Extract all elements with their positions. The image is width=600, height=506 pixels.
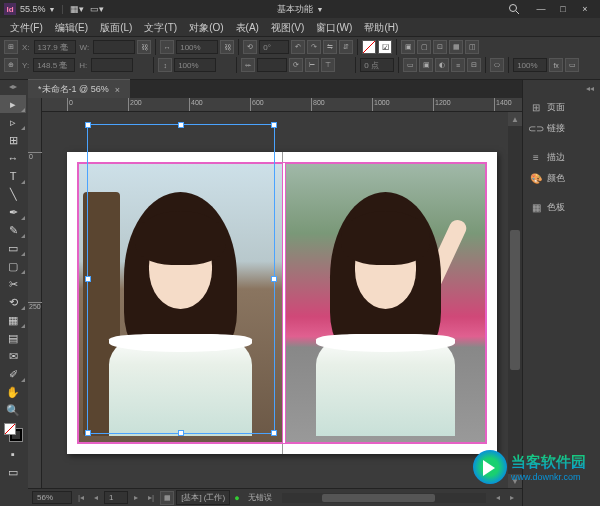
clear-transform-icon[interactable]: ⟳ bbox=[289, 58, 303, 72]
stroke-weight-field[interactable] bbox=[360, 58, 394, 72]
hand-tool[interactable]: ✋ bbox=[0, 383, 26, 401]
selection-handle[interactable] bbox=[85, 276, 91, 282]
wrap-col-icon[interactable]: ⊟ bbox=[467, 58, 481, 72]
menu-window[interactable]: 窗口(W) bbox=[310, 18, 358, 36]
workspace-switcher[interactable]: 基本功能 ▼ bbox=[277, 3, 324, 16]
line-tool[interactable]: ╲ bbox=[0, 185, 26, 203]
preflight-profile[interactable]: [基本] (工作) bbox=[176, 490, 230, 505]
canvas-viewport[interactable] bbox=[42, 112, 508, 488]
center-content-icon[interactable]: ⊡ bbox=[433, 40, 447, 54]
flip-v-icon[interactable]: ⇵ bbox=[339, 40, 353, 54]
ruler-origin[interactable] bbox=[28, 98, 42, 112]
selection-handle[interactable] bbox=[271, 122, 277, 128]
pen-tool[interactable]: ✒ bbox=[0, 203, 26, 221]
menu-layout[interactable]: 版面(L) bbox=[94, 18, 138, 36]
menu-table[interactable]: 表(A) bbox=[230, 18, 265, 36]
page-spread[interactable] bbox=[67, 152, 497, 454]
minimize-button[interactable]: — bbox=[530, 2, 552, 16]
y-field[interactable] bbox=[33, 58, 75, 72]
menu-edit[interactable]: 编辑(E) bbox=[49, 18, 94, 36]
reference-point-icon[interactable]: ⊞ bbox=[4, 40, 18, 54]
zoom-tool[interactable]: 🔍 bbox=[0, 401, 26, 419]
search-icon[interactable] bbox=[508, 3, 520, 15]
preflight-status[interactable]: 无错误 bbox=[244, 491, 276, 504]
align-h-icon[interactable]: ⊢ bbox=[305, 58, 319, 72]
apply-color-icon[interactable]: ▪ bbox=[0, 445, 26, 463]
menu-object[interactable]: 对象(O) bbox=[183, 18, 229, 36]
menu-help[interactable]: 帮助(H) bbox=[358, 18, 404, 36]
screen-mode-icon[interactable]: ▭ bbox=[565, 58, 579, 72]
pencil-tool[interactable]: ✎ bbox=[0, 221, 26, 239]
wrap-jump-icon[interactable]: ≡ bbox=[451, 58, 465, 72]
scale-x-field[interactable] bbox=[176, 40, 218, 54]
arrange-icon[interactable]: ▭▾ bbox=[84, 4, 104, 14]
selection-tool[interactable]: ▸ bbox=[0, 95, 26, 113]
page-tool[interactable]: ⊞ bbox=[0, 131, 26, 149]
h-field[interactable] bbox=[91, 58, 133, 72]
zoom-chevron-icon[interactable]: ▼ bbox=[46, 6, 56, 13]
placed-image-right[interactable] bbox=[285, 163, 486, 443]
rect-tool[interactable]: ▢ bbox=[0, 257, 26, 275]
panel-links[interactable]: ⊂⊃ 链接 bbox=[523, 118, 600, 139]
vertical-scrollbar[interactable]: ▲ ▼ bbox=[508, 112, 522, 488]
selection-handle[interactable] bbox=[178, 122, 184, 128]
panel-color[interactable]: 🎨 颜色 bbox=[523, 168, 600, 189]
shear-field[interactable] bbox=[257, 58, 287, 72]
scale-y-field[interactable] bbox=[174, 58, 216, 72]
tab-close-icon[interactable]: × bbox=[115, 85, 120, 95]
last-page-button[interactable]: ▸| bbox=[144, 493, 158, 502]
align-v-icon[interactable]: ⊤ bbox=[321, 58, 335, 72]
vertical-ruler[interactable]: 0 250 bbox=[28, 112, 42, 488]
bridge-icon[interactable]: ▦▾ bbox=[64, 4, 84, 14]
gap-tool[interactable]: ↔ bbox=[0, 149, 26, 167]
fit-content-icon[interactable]: ▣ bbox=[401, 40, 415, 54]
horizontal-ruler[interactable]: 0 200 400 600 800 1000 1200 1400 bbox=[28, 98, 522, 112]
w-field[interactable] bbox=[93, 40, 135, 54]
scroll-right-button[interactable]: ▸ bbox=[506, 493, 518, 502]
corner-options-icon[interactable]: ⬭ bbox=[490, 58, 504, 72]
scroll-thumb[interactable] bbox=[322, 494, 434, 502]
scroll-track[interactable] bbox=[508, 126, 522, 474]
scroll-thumb[interactable] bbox=[510, 230, 520, 369]
gradient-swatch-tool[interactable]: ▦ bbox=[0, 311, 26, 329]
opacity-field[interactable] bbox=[513, 58, 547, 72]
selection-handle[interactable] bbox=[85, 122, 91, 128]
note-tool[interactable]: ✉ bbox=[0, 347, 26, 365]
panel-pages[interactable]: ⊞ 页面 bbox=[523, 97, 600, 118]
scroll-up-button[interactable]: ▲ bbox=[508, 112, 522, 126]
scroll-left-button[interactable]: ◂ bbox=[492, 493, 504, 502]
selection-handle[interactable] bbox=[178, 430, 184, 436]
fill-frame-icon[interactable]: ▦ bbox=[449, 40, 463, 54]
rotate-field[interactable] bbox=[259, 40, 289, 54]
gradient-feather-tool[interactable]: ▤ bbox=[0, 329, 26, 347]
panel-stroke[interactable]: ≡ 描边 bbox=[523, 147, 600, 168]
view-mode-icon[interactable]: ▭ bbox=[0, 463, 26, 481]
stroke-swatch[interactable]: ☑ bbox=[378, 40, 392, 54]
menu-type[interactable]: 文字(T) bbox=[138, 18, 183, 36]
next-page-button[interactable]: ▸ bbox=[130, 493, 142, 502]
page-number-field[interactable] bbox=[104, 491, 128, 504]
fill-color[interactable] bbox=[4, 423, 16, 435]
panel-collapse-icon[interactable]: ◂◂ bbox=[523, 84, 600, 97]
fit-prop-icon[interactable]: ◫ bbox=[465, 40, 479, 54]
scissors-tool[interactable]: ✂ bbox=[0, 275, 26, 293]
selection-handle[interactable] bbox=[271, 276, 277, 282]
first-page-button[interactable]: |◂ bbox=[74, 493, 88, 502]
rotate-ccw-icon[interactable]: ↶ bbox=[291, 40, 305, 54]
menu-view[interactable]: 视图(V) bbox=[265, 18, 310, 36]
selection-handle[interactable] bbox=[85, 430, 91, 436]
rotate-cw-icon[interactable]: ↷ bbox=[307, 40, 321, 54]
wrap-shape-icon[interactable]: ◐ bbox=[435, 58, 449, 72]
free-transform-tool[interactable]: ⟲ bbox=[0, 293, 26, 311]
prev-page-button[interactable]: ◂ bbox=[90, 493, 102, 502]
direct-selection-tool[interactable]: ▹ bbox=[0, 113, 26, 131]
eyedropper-tool[interactable]: ✐ bbox=[0, 365, 26, 383]
x-field[interactable] bbox=[34, 40, 76, 54]
rect-frame-tool[interactable]: ▭ bbox=[0, 239, 26, 257]
link-wh-icon[interactable]: ⛓ bbox=[137, 40, 151, 54]
toolbox-cycle-icon[interactable]: ◂▸ bbox=[0, 82, 26, 95]
fx-button[interactable]: fx bbox=[549, 58, 563, 72]
horizontal-scrollbar[interactable] bbox=[282, 493, 486, 503]
flip-h-icon[interactable]: ⇋ bbox=[323, 40, 337, 54]
type-tool[interactable]: T bbox=[0, 167, 26, 185]
